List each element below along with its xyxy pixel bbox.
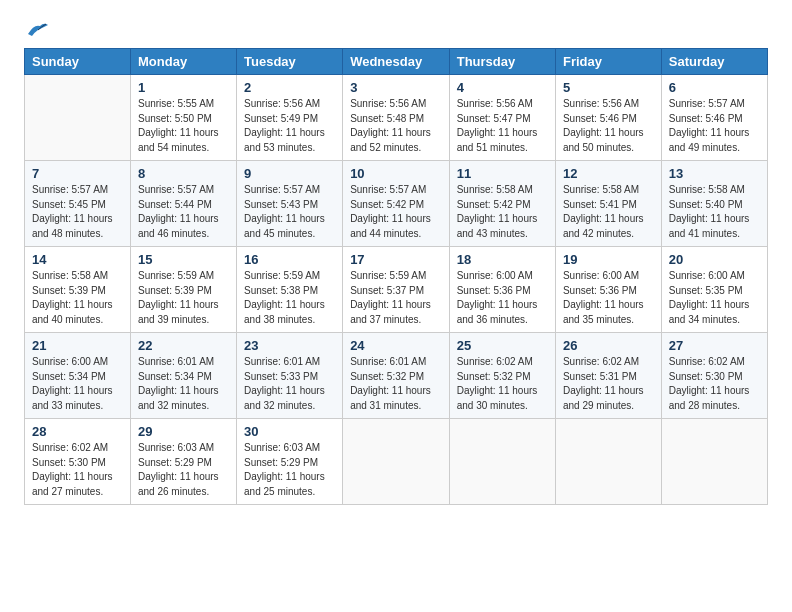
calendar-day-cell bbox=[555, 419, 661, 505]
calendar-day-cell: 28Sunrise: 6:02 AM Sunset: 5:30 PM Dayli… bbox=[25, 419, 131, 505]
calendar-day-header: Thursday bbox=[449, 49, 555, 75]
calendar-day-cell bbox=[661, 419, 767, 505]
day-number: 30 bbox=[244, 424, 335, 439]
calendar-day-header: Tuesday bbox=[237, 49, 343, 75]
day-number: 6 bbox=[669, 80, 760, 95]
day-number: 19 bbox=[563, 252, 654, 267]
day-info: Sunrise: 6:01 AM Sunset: 5:33 PM Dayligh… bbox=[244, 355, 335, 413]
day-number: 15 bbox=[138, 252, 229, 267]
day-number: 29 bbox=[138, 424, 229, 439]
day-number: 7 bbox=[32, 166, 123, 181]
calendar-day-cell: 15Sunrise: 5:59 AM Sunset: 5:39 PM Dayli… bbox=[131, 247, 237, 333]
day-number: 14 bbox=[32, 252, 123, 267]
day-number: 16 bbox=[244, 252, 335, 267]
day-info: Sunrise: 5:59 AM Sunset: 5:37 PM Dayligh… bbox=[350, 269, 442, 327]
day-info: Sunrise: 5:56 AM Sunset: 5:48 PM Dayligh… bbox=[350, 97, 442, 155]
day-info: Sunrise: 5:57 AM Sunset: 5:46 PM Dayligh… bbox=[669, 97, 760, 155]
calendar-week-row: 14Sunrise: 5:58 AM Sunset: 5:39 PM Dayli… bbox=[25, 247, 768, 333]
day-info: Sunrise: 6:02 AM Sunset: 5:32 PM Dayligh… bbox=[457, 355, 548, 413]
logo-bird-icon bbox=[26, 20, 48, 38]
day-number: 1 bbox=[138, 80, 229, 95]
day-info: Sunrise: 6:01 AM Sunset: 5:32 PM Dayligh… bbox=[350, 355, 442, 413]
calendar-day-cell: 13Sunrise: 5:58 AM Sunset: 5:40 PM Dayli… bbox=[661, 161, 767, 247]
page-header bbox=[24, 20, 768, 38]
calendar-day-header: Saturday bbox=[661, 49, 767, 75]
calendar-day-cell: 8Sunrise: 5:57 AM Sunset: 5:44 PM Daylig… bbox=[131, 161, 237, 247]
day-number: 5 bbox=[563, 80, 654, 95]
calendar-day-cell: 23Sunrise: 6:01 AM Sunset: 5:33 PM Dayli… bbox=[237, 333, 343, 419]
calendar-day-cell: 6Sunrise: 5:57 AM Sunset: 5:46 PM Daylig… bbox=[661, 75, 767, 161]
calendar-day-cell bbox=[449, 419, 555, 505]
calendar-day-cell: 22Sunrise: 6:01 AM Sunset: 5:34 PM Dayli… bbox=[131, 333, 237, 419]
calendar-day-cell: 19Sunrise: 6:00 AM Sunset: 5:36 PM Dayli… bbox=[555, 247, 661, 333]
day-number: 10 bbox=[350, 166, 442, 181]
day-number: 4 bbox=[457, 80, 548, 95]
day-info: Sunrise: 5:57 AM Sunset: 5:45 PM Dayligh… bbox=[32, 183, 123, 241]
day-info: Sunrise: 5:58 AM Sunset: 5:40 PM Dayligh… bbox=[669, 183, 760, 241]
day-info: Sunrise: 6:02 AM Sunset: 5:31 PM Dayligh… bbox=[563, 355, 654, 413]
day-info: Sunrise: 5:56 AM Sunset: 5:47 PM Dayligh… bbox=[457, 97, 548, 155]
calendar-day-cell: 14Sunrise: 5:58 AM Sunset: 5:39 PM Dayli… bbox=[25, 247, 131, 333]
day-info: Sunrise: 6:02 AM Sunset: 5:30 PM Dayligh… bbox=[669, 355, 760, 413]
calendar-day-cell: 30Sunrise: 6:03 AM Sunset: 5:29 PM Dayli… bbox=[237, 419, 343, 505]
day-number: 18 bbox=[457, 252, 548, 267]
day-number: 22 bbox=[138, 338, 229, 353]
calendar-header-row: SundayMondayTuesdayWednesdayThursdayFrid… bbox=[25, 49, 768, 75]
day-info: Sunrise: 6:01 AM Sunset: 5:34 PM Dayligh… bbox=[138, 355, 229, 413]
day-info: Sunrise: 5:59 AM Sunset: 5:39 PM Dayligh… bbox=[138, 269, 229, 327]
day-number: 3 bbox=[350, 80, 442, 95]
calendar-day-cell: 9Sunrise: 5:57 AM Sunset: 5:43 PM Daylig… bbox=[237, 161, 343, 247]
day-number: 8 bbox=[138, 166, 229, 181]
calendar-day-cell: 26Sunrise: 6:02 AM Sunset: 5:31 PM Dayli… bbox=[555, 333, 661, 419]
calendar-day-cell: 12Sunrise: 5:58 AM Sunset: 5:41 PM Dayli… bbox=[555, 161, 661, 247]
day-number: 2 bbox=[244, 80, 335, 95]
calendar-day-cell: 3Sunrise: 5:56 AM Sunset: 5:48 PM Daylig… bbox=[343, 75, 450, 161]
day-number: 9 bbox=[244, 166, 335, 181]
calendar-day-cell bbox=[343, 419, 450, 505]
calendar-day-cell: 25Sunrise: 6:02 AM Sunset: 5:32 PM Dayli… bbox=[449, 333, 555, 419]
calendar-day-cell: 16Sunrise: 5:59 AM Sunset: 5:38 PM Dayli… bbox=[237, 247, 343, 333]
calendar-day-cell: 5Sunrise: 5:56 AM Sunset: 5:46 PM Daylig… bbox=[555, 75, 661, 161]
day-number: 25 bbox=[457, 338, 548, 353]
day-number: 13 bbox=[669, 166, 760, 181]
day-number: 11 bbox=[457, 166, 548, 181]
day-number: 21 bbox=[32, 338, 123, 353]
calendar-day-cell bbox=[25, 75, 131, 161]
calendar-day-cell: 20Sunrise: 6:00 AM Sunset: 5:35 PM Dayli… bbox=[661, 247, 767, 333]
calendar-day-cell: 29Sunrise: 6:03 AM Sunset: 5:29 PM Dayli… bbox=[131, 419, 237, 505]
day-info: Sunrise: 6:00 AM Sunset: 5:36 PM Dayligh… bbox=[457, 269, 548, 327]
calendar-day-header: Monday bbox=[131, 49, 237, 75]
day-number: 20 bbox=[669, 252, 760, 267]
calendar-day-header: Sunday bbox=[25, 49, 131, 75]
day-number: 28 bbox=[32, 424, 123, 439]
calendar-day-cell: 10Sunrise: 5:57 AM Sunset: 5:42 PM Dayli… bbox=[343, 161, 450, 247]
calendar-day-cell: 7Sunrise: 5:57 AM Sunset: 5:45 PM Daylig… bbox=[25, 161, 131, 247]
calendar-day-header: Wednesday bbox=[343, 49, 450, 75]
calendar-week-row: 21Sunrise: 6:00 AM Sunset: 5:34 PM Dayli… bbox=[25, 333, 768, 419]
calendar-day-cell: 27Sunrise: 6:02 AM Sunset: 5:30 PM Dayli… bbox=[661, 333, 767, 419]
day-number: 27 bbox=[669, 338, 760, 353]
day-info: Sunrise: 6:03 AM Sunset: 5:29 PM Dayligh… bbox=[244, 441, 335, 499]
calendar-day-cell: 2Sunrise: 5:56 AM Sunset: 5:49 PM Daylig… bbox=[237, 75, 343, 161]
logo-text bbox=[24, 20, 48, 38]
day-info: Sunrise: 5:57 AM Sunset: 5:44 PM Dayligh… bbox=[138, 183, 229, 241]
day-info: Sunrise: 5:58 AM Sunset: 5:41 PM Dayligh… bbox=[563, 183, 654, 241]
day-info: Sunrise: 6:00 AM Sunset: 5:34 PM Dayligh… bbox=[32, 355, 123, 413]
day-number: 26 bbox=[563, 338, 654, 353]
calendar-table: SundayMondayTuesdayWednesdayThursdayFrid… bbox=[24, 48, 768, 505]
calendar-day-cell: 18Sunrise: 6:00 AM Sunset: 5:36 PM Dayli… bbox=[449, 247, 555, 333]
day-number: 24 bbox=[350, 338, 442, 353]
calendar-day-cell: 17Sunrise: 5:59 AM Sunset: 5:37 PM Dayli… bbox=[343, 247, 450, 333]
day-info: Sunrise: 5:59 AM Sunset: 5:38 PM Dayligh… bbox=[244, 269, 335, 327]
day-info: Sunrise: 5:56 AM Sunset: 5:49 PM Dayligh… bbox=[244, 97, 335, 155]
calendar-day-cell: 1Sunrise: 5:55 AM Sunset: 5:50 PM Daylig… bbox=[131, 75, 237, 161]
day-info: Sunrise: 5:58 AM Sunset: 5:39 PM Dayligh… bbox=[32, 269, 123, 327]
day-number: 12 bbox=[563, 166, 654, 181]
calendar-day-cell: 21Sunrise: 6:00 AM Sunset: 5:34 PM Dayli… bbox=[25, 333, 131, 419]
day-info: Sunrise: 5:57 AM Sunset: 5:43 PM Dayligh… bbox=[244, 183, 335, 241]
calendar-week-row: 1Sunrise: 5:55 AM Sunset: 5:50 PM Daylig… bbox=[25, 75, 768, 161]
calendar-day-cell: 24Sunrise: 6:01 AM Sunset: 5:32 PM Dayli… bbox=[343, 333, 450, 419]
day-number: 17 bbox=[350, 252, 442, 267]
day-info: Sunrise: 6:00 AM Sunset: 5:36 PM Dayligh… bbox=[563, 269, 654, 327]
calendar-week-row: 28Sunrise: 6:02 AM Sunset: 5:30 PM Dayli… bbox=[25, 419, 768, 505]
